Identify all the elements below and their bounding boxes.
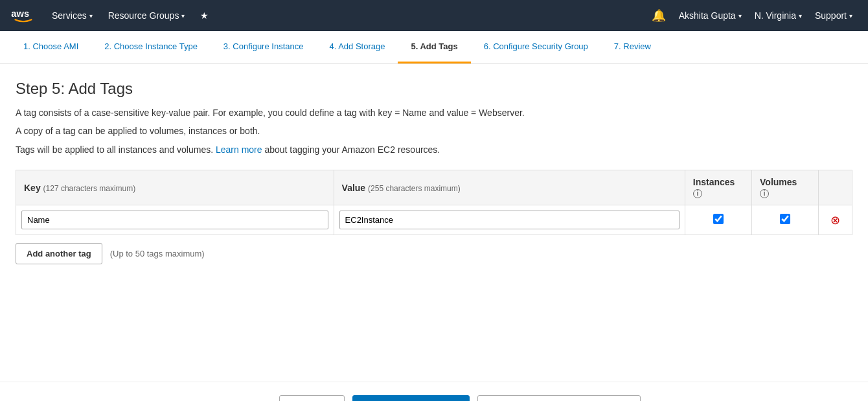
main-content: Step 5: Add Tags A tag consists of a cas… <box>0 64 868 343</box>
key-input[interactable] <box>21 211 328 229</box>
region-label: N. Virginia <box>755 10 796 21</box>
tab-configure-instance[interactable]: 3. Configure Instance <box>211 31 317 63</box>
support-label: Support <box>815 10 847 21</box>
aws-logo[interactable]: aws <box>10 6 36 25</box>
step-tabs: 1. Choose AMI 2. Choose Instance Type 3.… <box>0 31 868 64</box>
desc3-prefix: Tags will be applied to all instances an… <box>16 144 213 155</box>
desc-line2: A copy of a tag can be applied to volume… <box>16 124 852 138</box>
col-delete-header <box>819 170 852 205</box>
volumes-checkbox-cell <box>752 205 819 235</box>
services-nav[interactable]: Services ▾ <box>47 8 98 23</box>
key-cell <box>16 205 334 235</box>
table-row: ⊗ <box>16 205 852 235</box>
tab-configure-security-group[interactable]: 6. Configure Security Group <box>471 31 601 63</box>
resource-groups-nav[interactable]: Resource Groups ▾ <box>103 8 190 23</box>
support-menu[interactable]: Support ▾ <box>810 8 858 23</box>
tab-choose-ami[interactable]: 1. Choose AMI <box>10 31 91 63</box>
desc-line3: Tags will be applied to all instances an… <box>16 143 852 157</box>
resource-groups-label: Resource Groups <box>108 10 179 21</box>
bell-icon[interactable]: 🔔 <box>646 6 671 25</box>
user-caret: ▾ <box>738 12 742 19</box>
learn-more-link[interactable]: Learn more <box>216 144 262 155</box>
page-title: Step 5: Add Tags <box>16 80 852 98</box>
col-value-header: Value (255 characters maximum) <box>334 170 685 205</box>
delete-cell: ⊗ <box>819 205 852 235</box>
next-configure-security-group-button[interactable]: Next: Configure Security Group <box>477 395 641 401</box>
support-caret: ▾ <box>849 12 852 19</box>
value-input[interactable] <box>339 211 680 229</box>
region-menu[interactable]: N. Virginia ▾ <box>749 8 807 23</box>
user-menu[interactable]: Akshita Gupta ▾ <box>674 8 747 23</box>
top-nav: aws Services ▾ Resource Groups ▾ ★ 🔔 Aks… <box>0 0 868 31</box>
services-label: Services <box>52 10 87 21</box>
user-label: Akshita Gupta <box>679 10 736 21</box>
instances-checkbox[interactable] <box>713 214 724 224</box>
review-and-launch-button[interactable]: Review and Launch <box>352 395 470 401</box>
svg-text:aws: aws <box>11 8 29 19</box>
col-key-header: Key (127 characters maximum) <box>16 170 334 205</box>
col-instances-header: Instances i <box>685 170 751 205</box>
add-tag-row: Add another tag (Up to 50 tags maximum) <box>16 243 852 264</box>
volumes-info-icon[interactable]: i <box>760 189 769 198</box>
region-caret: ▾ <box>799 12 802 19</box>
col-volumes-header: Volumes i <box>752 170 819 205</box>
star-icon[interactable]: ★ <box>195 8 214 23</box>
tab-add-storage[interactable]: 4. Add Storage <box>316 31 398 63</box>
desc3-suffix: about tagging your Amazon EC2 resources. <box>264 144 440 155</box>
add-tag-hint: (Up to 50 tags maximum) <box>110 249 205 258</box>
delete-row-button[interactable]: ⊗ <box>828 212 843 228</box>
tag-table: Key (127 characters maximum) Value (255 … <box>16 170 852 235</box>
tab-add-tags[interactable]: 5. Add Tags <box>398 31 470 63</box>
instances-checkbox-cell <box>685 205 751 235</box>
value-cell <box>334 205 685 235</box>
services-caret: ▾ <box>89 12 93 19</box>
instances-info-icon[interactable]: i <box>693 189 702 198</box>
footer-bar: Cancel Previous Review and Launch Next: … <box>0 382 868 401</box>
add-another-tag-button[interactable]: Add another tag <box>16 243 102 264</box>
previous-button[interactable]: Previous <box>279 395 345 401</box>
volumes-checkbox[interactable] <box>780 214 790 224</box>
resource-groups-caret: ▾ <box>181 12 185 19</box>
tab-review[interactable]: 7. Review <box>601 31 664 63</box>
desc-line1: A tag consists of a case-sensitive key-v… <box>16 106 852 120</box>
tab-choose-instance-type[interactable]: 2. Choose Instance Type <box>91 31 211 63</box>
nav-right: 🔔 Akshita Gupta ▾ N. Virginia ▾ Support … <box>646 6 858 25</box>
cancel-button[interactable]: Cancel <box>227 397 271 401</box>
